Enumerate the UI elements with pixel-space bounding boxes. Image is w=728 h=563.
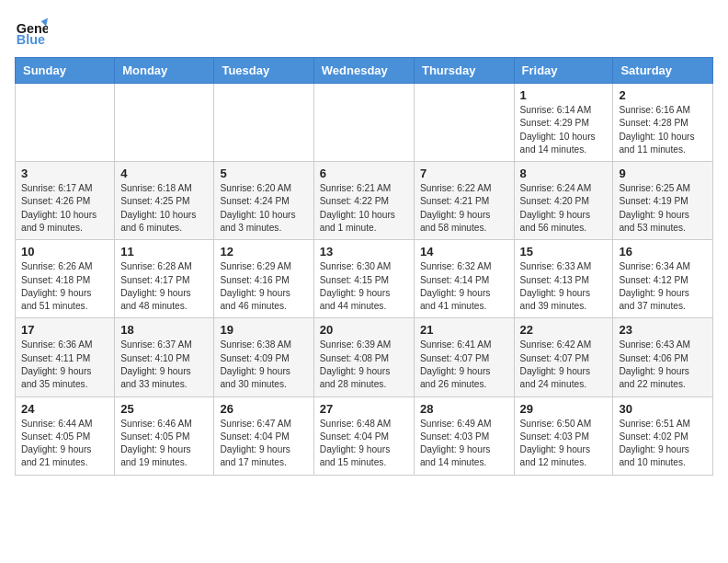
calendar-cell: 3Sunrise: 6:17 AM Sunset: 4:26 PM Daylig… <box>16 162 115 240</box>
calendar-cell: 25Sunrise: 6:46 AM Sunset: 4:05 PM Dayli… <box>115 396 214 475</box>
day-number: 27 <box>320 402 408 416</box>
day-number: 20 <box>320 323 408 337</box>
day-info: Sunrise: 6:22 AM Sunset: 4:21 PM Dayligh… <box>420 182 508 235</box>
calendar-cell: 20Sunrise: 6:39 AM Sunset: 4:08 PM Dayli… <box>313 318 414 396</box>
day-header-tuesday: Tuesday <box>214 58 313 84</box>
day-number: 4 <box>120 167 208 180</box>
calendar-cell: 7Sunrise: 6:22 AM Sunset: 4:21 PM Daylig… <box>414 162 514 240</box>
calendar-header-row: SundayMondayTuesdayWednesdayThursdayFrid… <box>16 58 713 84</box>
day-header-monday: Monday <box>115 58 214 84</box>
day-number: 29 <box>520 402 608 416</box>
day-info: Sunrise: 6:33 AM Sunset: 4:13 PM Dayligh… <box>520 260 608 313</box>
page-header: General Blue <box>15 15 713 48</box>
day-number: 15 <box>520 245 608 259</box>
calendar-cell: 19Sunrise: 6:38 AM Sunset: 4:09 PM Dayli… <box>214 318 313 396</box>
day-number: 26 <box>220 402 307 416</box>
day-info: Sunrise: 6:34 AM Sunset: 4:12 PM Dayligh… <box>619 260 707 313</box>
day-info: Sunrise: 6:50 AM Sunset: 4:03 PM Dayligh… <box>520 418 608 470</box>
day-number: 7 <box>420 167 508 180</box>
calendar-cell: 11Sunrise: 6:28 AM Sunset: 4:17 PM Dayli… <box>115 240 214 318</box>
calendar-week-2: 3Sunrise: 6:17 AM Sunset: 4:26 PM Daylig… <box>16 162 713 240</box>
day-info: Sunrise: 6:48 AM Sunset: 4:04 PM Dayligh… <box>320 418 408 470</box>
svg-text:Blue: Blue <box>17 32 45 47</box>
day-number: 19 <box>220 323 307 337</box>
day-info: Sunrise: 6:21 AM Sunset: 4:22 PM Dayligh… <box>320 182 408 235</box>
calendar-week-4: 17Sunrise: 6:36 AM Sunset: 4:11 PM Dayli… <box>16 318 713 396</box>
calendar-cell: 27Sunrise: 6:48 AM Sunset: 4:04 PM Dayli… <box>313 396 414 475</box>
day-info: Sunrise: 6:38 AM Sunset: 4:09 PM Dayligh… <box>220 339 307 391</box>
day-info: Sunrise: 6:42 AM Sunset: 4:07 PM Dayligh… <box>520 339 608 391</box>
day-info: Sunrise: 6:32 AM Sunset: 4:14 PM Dayligh… <box>420 260 508 313</box>
day-number: 9 <box>619 167 707 180</box>
calendar-cell: 23Sunrise: 6:43 AM Sunset: 4:06 PM Dayli… <box>613 318 713 396</box>
day-header-wednesday: Wednesday <box>313 58 414 84</box>
calendar-cell: 24Sunrise: 6:44 AM Sunset: 4:05 PM Dayli… <box>16 396 115 475</box>
calendar-cell: 4Sunrise: 6:18 AM Sunset: 4:25 PM Daylig… <box>115 162 214 240</box>
day-number: 10 <box>21 245 108 259</box>
day-number: 17 <box>21 323 108 337</box>
day-number: 12 <box>220 245 307 259</box>
calendar-cell <box>214 84 313 162</box>
day-info: Sunrise: 6:44 AM Sunset: 4:05 PM Dayligh… <box>21 418 108 470</box>
day-info: Sunrise: 6:16 AM Sunset: 4:28 PM Dayligh… <box>619 104 707 156</box>
calendar-week-5: 24Sunrise: 6:44 AM Sunset: 4:05 PM Dayli… <box>16 396 713 475</box>
logo: General Blue <box>15 15 55 48</box>
day-info: Sunrise: 6:36 AM Sunset: 4:11 PM Dayligh… <box>21 339 108 391</box>
calendar-cell: 14Sunrise: 6:32 AM Sunset: 4:14 PM Dayli… <box>414 240 514 318</box>
calendar-cell: 17Sunrise: 6:36 AM Sunset: 4:11 PM Dayli… <box>16 318 115 396</box>
day-number: 6 <box>320 167 408 180</box>
day-number: 30 <box>619 402 707 416</box>
day-number: 16 <box>619 245 707 259</box>
day-number: 18 <box>120 323 208 337</box>
calendar-table: SundayMondayTuesdayWednesdayThursdayFrid… <box>15 57 713 476</box>
day-info: Sunrise: 6:43 AM Sunset: 4:06 PM Dayligh… <box>619 339 707 391</box>
calendar-cell: 22Sunrise: 6:42 AM Sunset: 4:07 PM Dayli… <box>514 318 613 396</box>
day-number: 3 <box>21 167 108 180</box>
calendar-cell: 13Sunrise: 6:30 AM Sunset: 4:15 PM Dayli… <box>313 240 414 318</box>
day-header-saturday: Saturday <box>613 58 713 84</box>
day-number: 2 <box>619 88 707 102</box>
day-number: 24 <box>21 402 108 416</box>
day-number: 22 <box>520 323 608 337</box>
day-info: Sunrise: 6:25 AM Sunset: 4:19 PM Dayligh… <box>619 182 707 235</box>
calendar-cell <box>115 84 214 162</box>
calendar-cell: 29Sunrise: 6:50 AM Sunset: 4:03 PM Dayli… <box>514 396 613 475</box>
day-number: 23 <box>619 323 707 337</box>
day-number: 8 <box>520 167 608 180</box>
day-number: 11 <box>120 245 208 259</box>
calendar-week-3: 10Sunrise: 6:26 AM Sunset: 4:18 PM Dayli… <box>16 240 713 318</box>
day-info: Sunrise: 6:41 AM Sunset: 4:07 PM Dayligh… <box>420 339 508 391</box>
day-info: Sunrise: 6:26 AM Sunset: 4:18 PM Dayligh… <box>21 260 108 313</box>
day-number: 25 <box>120 402 208 416</box>
calendar-cell: 30Sunrise: 6:51 AM Sunset: 4:02 PM Dayli… <box>613 396 713 475</box>
calendar-cell: 18Sunrise: 6:37 AM Sunset: 4:10 PM Dayli… <box>115 318 214 396</box>
day-info: Sunrise: 6:18 AM Sunset: 4:25 PM Dayligh… <box>120 182 208 235</box>
day-header-thursday: Thursday <box>414 58 514 84</box>
calendar-cell <box>414 84 514 162</box>
calendar-cell: 28Sunrise: 6:49 AM Sunset: 4:03 PM Dayli… <box>414 396 514 475</box>
day-info: Sunrise: 6:30 AM Sunset: 4:15 PM Dayligh… <box>320 260 408 313</box>
logo-icon: General Blue <box>15 15 48 48</box>
day-number: 21 <box>420 323 508 337</box>
day-header-friday: Friday <box>514 58 613 84</box>
day-header-sunday: Sunday <box>16 58 115 84</box>
calendar-cell: 2Sunrise: 6:16 AM Sunset: 4:28 PM Daylig… <box>613 84 713 162</box>
day-number: 1 <box>520 88 608 102</box>
day-info: Sunrise: 6:14 AM Sunset: 4:29 PM Dayligh… <box>520 104 608 156</box>
day-number: 28 <box>420 402 508 416</box>
calendar-cell: 10Sunrise: 6:26 AM Sunset: 4:18 PM Dayli… <box>16 240 115 318</box>
day-info: Sunrise: 6:20 AM Sunset: 4:24 PM Dayligh… <box>220 182 307 235</box>
day-number: 13 <box>320 245 408 259</box>
calendar-week-1: 1Sunrise: 6:14 AM Sunset: 4:29 PM Daylig… <box>16 84 713 162</box>
day-info: Sunrise: 6:24 AM Sunset: 4:20 PM Dayligh… <box>520 182 608 235</box>
calendar-cell: 6Sunrise: 6:21 AM Sunset: 4:22 PM Daylig… <box>313 162 414 240</box>
day-info: Sunrise: 6:46 AM Sunset: 4:05 PM Dayligh… <box>120 418 208 470</box>
calendar-cell <box>16 84 115 162</box>
calendar-cell <box>313 84 414 162</box>
day-info: Sunrise: 6:51 AM Sunset: 4:02 PM Dayligh… <box>619 418 707 470</box>
day-info: Sunrise: 6:29 AM Sunset: 4:16 PM Dayligh… <box>220 260 307 313</box>
day-info: Sunrise: 6:39 AM Sunset: 4:08 PM Dayligh… <box>320 339 408 391</box>
day-info: Sunrise: 6:37 AM Sunset: 4:10 PM Dayligh… <box>120 339 208 391</box>
calendar-cell: 1Sunrise: 6:14 AM Sunset: 4:29 PM Daylig… <box>514 84 613 162</box>
calendar-cell: 16Sunrise: 6:34 AM Sunset: 4:12 PM Dayli… <box>613 240 713 318</box>
